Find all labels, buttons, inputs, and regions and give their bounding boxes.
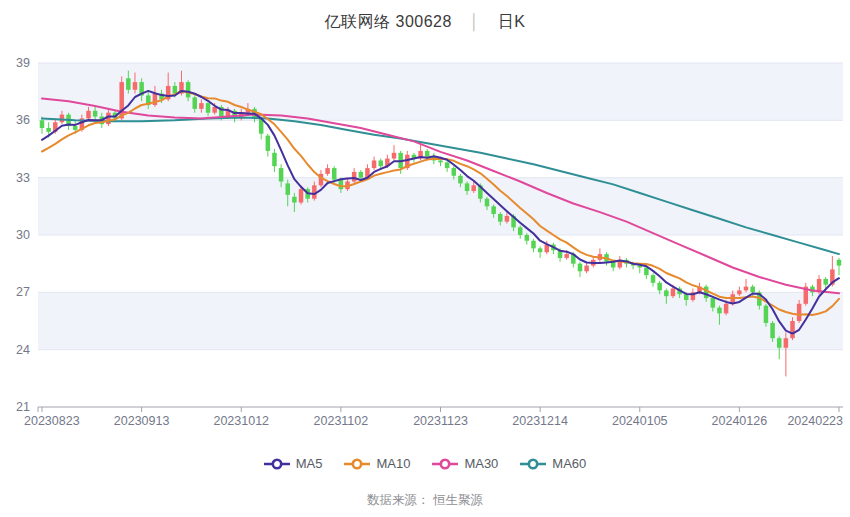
candle-body [445, 162, 450, 168]
candle-body [491, 206, 496, 214]
candle-body [498, 214, 503, 222]
candle-body [651, 275, 656, 283]
candle-body [206, 103, 211, 113]
x-tick-label: 20231214 [512, 414, 568, 428]
candle-body [684, 294, 689, 300]
candle-body [93, 111, 98, 117]
candle-body [46, 128, 51, 132]
candle-body [790, 321, 795, 338]
candle-body [285, 183, 290, 194]
ma5-legend-marker-icon [264, 458, 290, 470]
legend-label: MA60 [552, 456, 586, 471]
data-source-note: 数据来源： 恒生聚源 [0, 492, 850, 509]
candle-body [671, 289, 676, 297]
candle-body [332, 168, 337, 179]
candle-body [657, 283, 662, 291]
y-tick-label: 24 [16, 343, 30, 357]
plot-band [38, 178, 843, 235]
x-tick-label: 20230823 [24, 414, 80, 428]
ma30-legend-marker-icon [432, 458, 458, 470]
candle-body [325, 168, 330, 174]
legend-label: MA10 [376, 456, 410, 471]
candle-body [724, 304, 729, 314]
candle-body [531, 241, 536, 249]
candle-body [199, 103, 204, 109]
candle-body [777, 338, 782, 348]
x-tick-label: 20240105 [612, 414, 668, 428]
candle-body [392, 153, 397, 159]
candle-body [425, 151, 430, 157]
y-tick-label: 30 [16, 228, 30, 242]
candle-body [73, 126, 78, 130]
candle-body [837, 260, 842, 266]
candle-body [359, 172, 364, 178]
candle-body [584, 266, 589, 272]
candle-body [173, 86, 178, 94]
candle-body [764, 306, 769, 323]
ma10-legend-marker-icon [344, 458, 370, 470]
candle-body [518, 227, 523, 235]
candle-body [644, 267, 649, 275]
candle-body [458, 176, 463, 184]
candle-body [126, 78, 131, 89]
candle-body [186, 82, 191, 97]
kline-widget: 亿联网络 300628│日K 2124273033363920230823202… [0, 0, 850, 517]
x-tick-label: 20231123 [413, 414, 468, 428]
candle-body [471, 185, 476, 191]
x-tick-label: 20231102 [314, 414, 369, 428]
candle-body [784, 338, 789, 348]
legend-item-ma60[interactable]: MA60 [520, 456, 586, 471]
y-tick-label: 36 [16, 113, 30, 127]
candle-body [750, 287, 755, 293]
candle-body [339, 180, 344, 190]
candle-body [272, 153, 277, 166]
candle-body [352, 172, 357, 182]
ma60-legend-marker-icon [520, 458, 546, 470]
candle-body [823, 279, 828, 285]
candle-body [279, 168, 284, 181]
candle-body [664, 290, 669, 296]
candle-body [40, 120, 45, 128]
legend-item-ma10[interactable]: MA10 [344, 456, 410, 471]
x-tick-label: 20240126 [712, 414, 768, 428]
candle-body [505, 216, 510, 222]
candle-body [538, 248, 543, 252]
candle-body [525, 235, 530, 241]
legend-item-ma30[interactable]: MA30 [432, 456, 498, 471]
candle-body [292, 197, 297, 203]
candle-body [770, 323, 775, 338]
candle-body [299, 189, 304, 202]
candle-body [465, 183, 470, 191]
ma-legend: MA5 MA10 MA30 MA60 [0, 456, 850, 471]
candle-body [704, 287, 709, 298]
legend-label: MA5 [296, 456, 323, 471]
x-tick-label: 20230913 [114, 414, 170, 428]
candle-body [717, 308, 722, 314]
candle-body [744, 287, 749, 291]
candle-body [452, 168, 457, 176]
candle-body [564, 254, 569, 258]
y-tick-label: 27 [16, 285, 30, 299]
candle-body [485, 199, 490, 207]
kline-chart[interactable]: 2124273033363920230823202309132023101220… [0, 0, 850, 517]
candle-body [60, 115, 65, 123]
candle-body [133, 82, 138, 90]
x-tick-label: 20231012 [213, 414, 269, 428]
candle-body [578, 264, 583, 272]
candle-body [737, 290, 742, 294]
x-tick-label: 20240223 [787, 414, 843, 428]
candle-body [266, 136, 271, 151]
candle-body [193, 97, 198, 108]
candle-body [797, 304, 802, 321]
candle-body [378, 160, 383, 166]
candle-body [711, 298, 716, 308]
y-tick-label: 21 [16, 400, 30, 414]
plot-band [38, 63, 843, 120]
legend-item-ma5[interactable]: MA5 [264, 456, 323, 471]
candle-body [372, 160, 377, 168]
candle-body [438, 160, 443, 162]
y-tick-label: 33 [16, 171, 30, 185]
candle-body [86, 111, 91, 119]
y-tick-label: 39 [16, 56, 30, 70]
legend-label: MA30 [464, 456, 498, 471]
